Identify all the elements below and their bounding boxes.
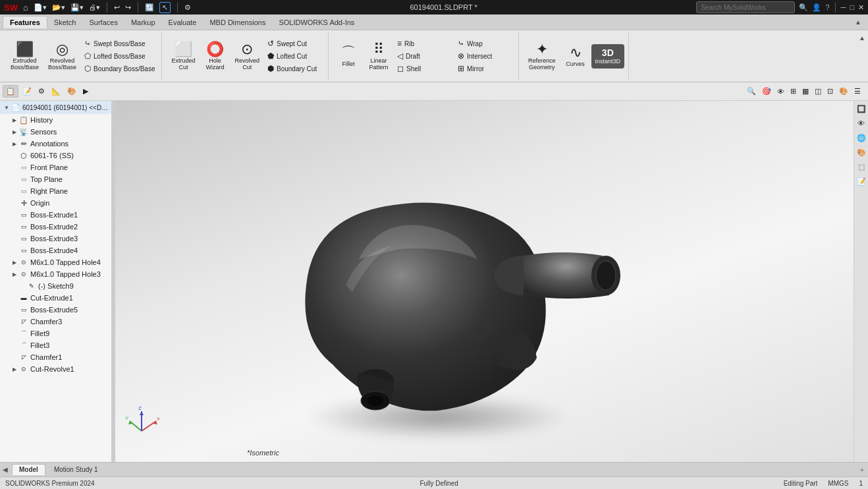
vp-tool-2[interactable]: 🎯 [760, 86, 773, 96]
config-manager-btn[interactable]: ⚙ [36, 86, 47, 97]
tree-boss-extrude5[interactable]: ▭ Boss-Extrude5 [0, 304, 111, 316]
dim-expert-btn[interactable]: 📐 [49, 86, 63, 97]
tab-expand-left[interactable]: ◀ [3, 466, 8, 473]
vp-tool-9[interactable]: ☰ [852, 86, 863, 96]
tree-sensors[interactable]: ▶ 📡 Sensors [0, 126, 111, 138]
wrap-button[interactable]: ⤷ Wrap [455, 38, 514, 49]
property-manager-btn[interactable]: 📝 [20, 86, 34, 97]
redo-icon[interactable]: ↪ [125, 3, 131, 12]
tab-mbd[interactable]: MBD Dimensions [203, 16, 272, 28]
mirror-button[interactable]: ⊞ Mirror [455, 63, 514, 74]
reference-geometry-button[interactable]: ✦ ReferenceGeometry [524, 40, 560, 73]
vp-tool-4[interactable]: ⊞ [788, 86, 798, 96]
print-icon[interactable]: 🖨▾ [89, 3, 100, 12]
close-button[interactable]: ✕ [858, 3, 864, 12]
undo-icon[interactable]: ↩ [114, 3, 120, 12]
select-icon[interactable]: ↖ [159, 2, 171, 13]
curves-button[interactable]: ∿ Curves [561, 43, 590, 70]
vp-tool-7[interactable]: ⊡ [825, 86, 835, 96]
tree-annotations[interactable]: ▶ ✏ Annotations [0, 138, 111, 150]
vp-tool-5[interactable]: ▦ [800, 86, 811, 96]
tab-sketch[interactable]: Sketch [47, 16, 83, 28]
tree-boss-extrude1[interactable]: ▭ Boss-Extrude1 [0, 209, 111, 221]
shell-button[interactable]: ◻ Shell [394, 63, 454, 74]
rp-view-btn[interactable]: 🔲 [855, 102, 868, 115]
user-icon[interactable]: 👤 [812, 3, 821, 12]
extruded-boss-button[interactable]: ⬛ ExtrudedBoss/Base [7, 40, 43, 73]
tab-add[interactable]: ＋ [859, 465, 865, 475]
expand-m6x10-4[interactable]: ▶ [11, 258, 18, 266]
help-icon[interactable]: ? [825, 3, 829, 11]
rib-button[interactable]: ≡ Rib [394, 38, 454, 49]
rp-decals-btn[interactable]: ⬚ [855, 160, 868, 173]
tree-history[interactable]: ▶ 📋 History [0, 114, 111, 126]
tree-cut-revolve1[interactable]: ▶ ⊙ Cut-Revolve1 [0, 363, 111, 375]
restore-button[interactable]: □ [850, 3, 854, 11]
ribbon-collapse[interactable]: ▲ [851, 18, 865, 26]
linear-pattern-button[interactable]: ⠿ LinearPattern [364, 40, 393, 73]
lofted-cut-button[interactable]: ⬟ Lofted Cut [265, 50, 324, 62]
rp-display-btn[interactable]: 👁 [855, 117, 868, 130]
instant3d-button[interactable]: 3D Instant3D [591, 44, 625, 69]
tree-origin[interactable]: ✛ Origin [0, 197, 111, 209]
new-icon[interactable]: 📄▾ [34, 3, 47, 12]
expand-annotations[interactable]: ▶ [11, 140, 18, 148]
tab-evaluate[interactable]: Evaluate [162, 16, 203, 28]
rp-notes-btn[interactable]: 📝 [855, 175, 868, 188]
vp-tool-1[interactable]: 🔍 [745, 86, 758, 96]
revolved-boss-button[interactable]: ◎ RevolvedBoss/Base [44, 40, 80, 73]
vp-tool-3[interactable]: 👁 [775, 87, 786, 96]
feature-manager-btn[interactable]: 📋 [3, 85, 18, 98]
tree-m6x10-tapped3[interactable]: ▶ ⊙ M6x1.0 Tapped Hole3 [0, 268, 111, 280]
tab-motion-study[interactable]: Motion Study 1 [47, 464, 105, 475]
fillet-button[interactable]: ⌒ Fillet [334, 43, 363, 70]
hole-wizard-button[interactable]: ⭕ HoleWizard [200, 40, 229, 73]
tab-model[interactable]: Model [12, 464, 45, 475]
extruded-cut-button[interactable]: ⬜ ExtrudedCut [167, 40, 199, 73]
tree-cut-extrude1[interactable]: ▬ Cut-Extrude1 [0, 292, 111, 304]
tree-fillet9[interactable]: ⌒ Fillet9 [0, 328, 111, 339]
home-icon[interactable]: ⌂ [23, 3, 28, 13]
intersect-button[interactable]: ⊗ Intersect [455, 50, 514, 62]
vp-tool-6[interactable]: ◫ [813, 86, 823, 96]
plus-btn[interactable]: ▶ [80, 86, 91, 97]
tree-chamfer1[interactable]: ◸ Chamfer1 [0, 351, 111, 363]
tree-boss-extrude4[interactable]: ▭ Boss-Extrude4 [0, 244, 111, 256]
draft-button[interactable]: ◁ Draft [394, 50, 454, 62]
tree-right-plane[interactable]: ▭ Right Plane [0, 185, 111, 197]
open-icon[interactable]: 📂▾ [52, 3, 65, 12]
tree-boss-extrude2[interactable]: ▭ Boss-Extrude2 [0, 221, 111, 233]
tree-chamfer3[interactable]: ◸ Chamfer3 [0, 316, 111, 328]
save-icon[interactable]: 💾▾ [70, 3, 84, 12]
tab-features[interactable]: Features [3, 16, 47, 28]
search-icon[interactable]: 🔍 [799, 3, 808, 12]
tree-front-plane[interactable]: ▭ Front Plane [0, 161, 111, 173]
expand-root[interactable]: ▼ [3, 103, 11, 111]
vp-tool-8[interactable]: 🎨 [837, 86, 850, 96]
revolved-cut-button[interactable]: ⊙ RevolvedCut [231, 40, 263, 73]
ribbon-expand[interactable]: ▲ [859, 34, 865, 42]
minimize-button[interactable]: ─ [841, 3, 846, 11]
appearance-btn[interactable]: 🎨 [65, 86, 79, 97]
lofted-boss-button[interactable]: ⬠ Lofted Boss/Base [82, 50, 157, 62]
tab-addins[interactable]: SOLIDWORKS Add-Ins [272, 16, 361, 28]
tree-material[interactable]: ⬡ 6061-T6 (SS) [0, 150, 111, 161]
search-input[interactable] [696, 1, 795, 13]
tree-m6x10-tapped4[interactable]: ▶ ⊙ M6x1.0 Tapped Hole4 [0, 256, 111, 268]
boundary-boss-button[interactable]: ⬡ Boundary Boss/Base [82, 63, 157, 74]
rp-scene-btn[interactable]: 🌐 [855, 131, 868, 144]
rebuild-icon[interactable]: 🔃 [145, 3, 154, 12]
expand-history[interactable]: ▶ [11, 116, 18, 124]
viewport[interactable]: X Y Z *Isometric [115, 101, 854, 462]
tree-sketch9[interactable]: ✎ (-) Sketch9 [0, 280, 111, 292]
options-icon[interactable]: ⚙ [184, 3, 191, 12]
boundary-cut-button[interactable]: ⬢ Boundary Cut [265, 63, 324, 74]
swept-cut-button[interactable]: ↺ Swept Cut [265, 38, 324, 49]
tree-top-plane[interactable]: ▭ Top Plane [0, 173, 111, 185]
expand-sensors[interactable]: ▶ [11, 128, 18, 136]
tree-boss-extrude3[interactable]: ▭ Boss-Extrude3 [0, 233, 111, 244]
expand-m6x10-3[interactable]: ▶ [11, 270, 18, 278]
tab-markup[interactable]: Markup [124, 16, 162, 28]
tree-root[interactable]: ▼ 📄 60194001 (60194001) <<Default>_Displ… [0, 101, 111, 114]
tab-surfaces[interactable]: Surfaces [83, 16, 124, 28]
